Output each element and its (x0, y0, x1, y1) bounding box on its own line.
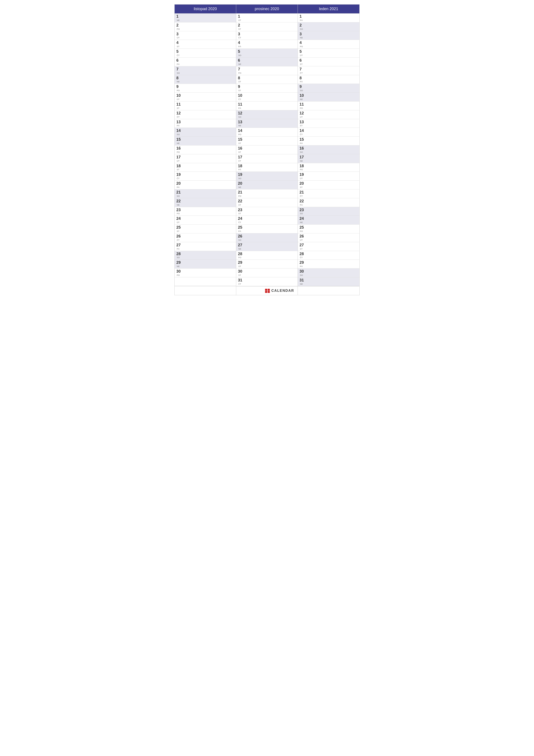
day-name: NE (177, 142, 182, 145)
day-row: 10NE (298, 93, 359, 101)
day-row-empty (175, 277, 236, 285)
day-name: ÚT (300, 239, 306, 241)
day-number: 17 (299, 155, 306, 159)
day-number: 27 (238, 243, 244, 247)
day-row: 24ÚT (175, 216, 236, 225)
day-name: PÁ (177, 248, 182, 250)
svg-rect-3 (267, 291, 270, 293)
day-number: 23 (176, 208, 182, 212)
day-row: 3NE (298, 31, 359, 40)
day-number: 4 (238, 41, 244, 45)
day-row: 15NE (175, 137, 236, 146)
day-number: 5 (238, 50, 244, 54)
day-row: 25PO (298, 225, 359, 233)
day-name: PÁ (300, 204, 306, 206)
footer-col-3 (298, 286, 359, 295)
day-name: PÁ (300, 19, 306, 21)
day-name: ST (238, 274, 244, 276)
day-number: 9 (238, 85, 244, 89)
day-number: 3 (299, 32, 306, 37)
day-row: 13NE (236, 119, 297, 128)
day-row: 4PÁ (236, 40, 297, 49)
day-row: 10ČT (236, 93, 297, 101)
day-name: SO (177, 133, 182, 136)
day-row: 27NE (236, 242, 297, 251)
day-number: 21 (299, 190, 306, 195)
day-name: ČT (238, 98, 244, 100)
day-name: PO (300, 45, 306, 48)
day-number: 29 (176, 260, 182, 265)
day-name: ÚT (177, 221, 182, 224)
month-header-november: listopad 2020 (175, 5, 236, 14)
day-name: ST (177, 107, 182, 109)
calendar-footer-row: CALENDAR (175, 286, 359, 295)
day-number: 7 (176, 67, 182, 71)
day-number: 10 (299, 94, 306, 98)
day-name: PO (238, 256, 244, 258)
month-column: 1NE2PO3ÚT4ST5ČT6PÁ7SO8NE9PO10ÚT11ST12ČT1… (175, 14, 236, 286)
day-name: ST (238, 90, 244, 92)
day-number: 2 (238, 23, 244, 28)
day-row: 2ST (236, 22, 297, 31)
day-number: 1 (299, 14, 306, 19)
day-name: ČT (238, 37, 244, 39)
day-name: NE (238, 248, 244, 250)
day-row: 13PÁ (175, 119, 236, 128)
day-name: ÚT (238, 81, 244, 83)
day-name: ÚT (177, 160, 182, 162)
day-number: 26 (176, 234, 182, 239)
day-number: 15 (176, 138, 182, 142)
day-number: 10 (238, 94, 244, 98)
day-row: 30ST (236, 269, 297, 277)
calendar-container: listopad 2020 prosinec 2020 leden 2021 1… (174, 4, 360, 295)
day-row: 21ČT (298, 189, 359, 198)
calendar-body: 1NE2PO3ÚT4ST5ČT6PÁ7SO8NE9PO10ÚT11ST12ČT1… (175, 14, 359, 286)
day-name: NE (177, 204, 182, 206)
day-name: ST (238, 212, 244, 215)
day-number: 24 (176, 217, 182, 221)
day-row: 7ČT (298, 67, 359, 75)
day-row: 27ST (298, 242, 359, 251)
day-name: ST (177, 230, 182, 232)
day-number: 6 (176, 58, 182, 63)
day-number: 13 (238, 120, 244, 124)
day-number: 27 (176, 243, 182, 247)
day-row: 30SO (298, 269, 359, 277)
day-row: 5SO (236, 49, 297, 58)
day-name: ČT (300, 256, 306, 258)
day-name: NE (300, 98, 306, 100)
day-name: NE (238, 186, 244, 188)
day-row: 6PÁ (175, 58, 236, 67)
day-number: 8 (238, 76, 244, 80)
day-name: PO (300, 230, 306, 232)
day-name: SO (300, 90, 306, 92)
day-number: 12 (299, 111, 306, 116)
day-row: 6ST (298, 58, 359, 67)
day-number: 19 (176, 173, 182, 177)
day-number: 18 (238, 164, 244, 168)
day-name: ÚT (300, 54, 306, 56)
day-number: 12 (238, 111, 244, 116)
svg-rect-2 (265, 291, 267, 293)
day-row: 16ST (236, 146, 297, 154)
day-row: 4PO (298, 40, 359, 49)
day-row: 12SO (236, 110, 297, 119)
day-number: 13 (299, 120, 306, 124)
day-name: ÚT (300, 116, 306, 118)
day-row: 21PO (236, 189, 297, 198)
day-number: 16 (176, 146, 182, 150)
day-row: 28SO (175, 251, 236, 260)
day-number: 17 (176, 155, 182, 159)
footer-calendar-text: CALENDAR (271, 289, 294, 293)
day-row: 8PÁ (298, 75, 359, 84)
day-row: 7PO (236, 67, 297, 75)
day-name: ST (300, 186, 306, 188)
day-number: 28 (238, 252, 244, 256)
day-name: SO (177, 72, 182, 74)
day-row: 22ÚT (236, 198, 297, 207)
day-row: 14ČT (298, 128, 359, 137)
day-row: 20ST (298, 180, 359, 189)
day-number: 14 (176, 129, 182, 133)
day-name: ČT (300, 133, 306, 136)
day-number: 28 (176, 252, 182, 256)
